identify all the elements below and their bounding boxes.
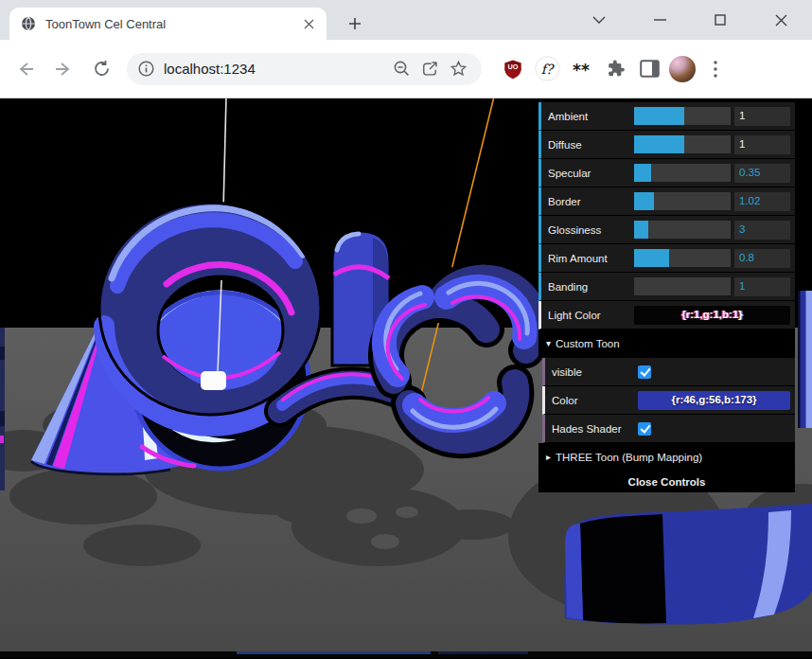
tab-title: ToonTown Cel Central xyxy=(45,17,300,31)
slider-track[interactable] xyxy=(634,164,731,182)
share-icon[interactable] xyxy=(415,55,444,83)
close-icon[interactable] xyxy=(770,9,791,30)
folder-label: THREE Toon (Bump Mapping) xyxy=(551,452,702,463)
slider-track[interactable] xyxy=(634,192,731,210)
gui-row-visible[interactable]: visible xyxy=(542,358,795,386)
number-value[interactable]: 0.8 xyxy=(734,249,790,268)
gui-row-light-color[interactable]: Light Color {r:1,g:1,b:1} xyxy=(538,301,795,330)
svg-text:**: ** xyxy=(573,61,590,80)
slider-track[interactable] xyxy=(634,135,731,153)
color-swatch[interactable]: {r:46,g:56,b:173} xyxy=(638,391,790,410)
gui-row-specular[interactable]: Specular 0.35 xyxy=(538,159,795,187)
dat-gui-panel: Ambient 1Diffuse 1Specular 0.35Border 1.… xyxy=(538,102,795,492)
minimize-icon[interactable] xyxy=(649,9,670,30)
checkbox[interactable] xyxy=(638,422,651,436)
slider-track[interactable] xyxy=(634,249,731,267)
menu-kebab-icon[interactable] xyxy=(701,55,730,83)
gui-row-color[interactable]: Color {r:46,g:56,b:173} xyxy=(542,386,795,415)
gui-row-custom-toon[interactable]: ▾ Custom Toon xyxy=(538,330,795,358)
row-label: Border xyxy=(541,196,634,207)
row-label: Hades Shader xyxy=(545,423,638,435)
profile-avatar[interactable] xyxy=(669,56,696,82)
row-label: Rim Amount xyxy=(541,253,634,264)
left-edge-object xyxy=(0,328,5,490)
folder-arrow-icon: ▸ xyxy=(538,452,551,462)
number-value[interactable]: 0.35 xyxy=(734,164,790,183)
zoom-out-icon[interactable] xyxy=(387,55,415,83)
extensions-puzzle-icon[interactable] xyxy=(601,55,629,83)
row-label: Specular xyxy=(541,168,634,179)
slider-track[interactable] xyxy=(634,277,731,295)
color-swatch[interactable]: {r:1,g:1,b:1} xyxy=(634,306,790,325)
maximize-icon[interactable] xyxy=(710,9,731,30)
row-label: Diffuse xyxy=(541,139,634,151)
ublock-origin-icon[interactable]: UO xyxy=(499,55,527,83)
gui-row-border[interactable]: Border 1.02 xyxy=(538,187,795,216)
browser-tab[interactable]: ToonTown Cel Central xyxy=(9,8,327,40)
row-label: Light Color xyxy=(541,310,634,321)
row-label: visible xyxy=(545,366,638,378)
number-value[interactable]: 1.02 xyxy=(734,192,790,211)
folder-label: Custom Toon xyxy=(551,338,620,349)
new-tab-button[interactable] xyxy=(343,11,367,36)
gui-row-glossiness[interactable]: Glossiness 3 xyxy=(538,216,795,244)
number-value[interactable]: 1 xyxy=(734,135,790,154)
gui-row-rim-amount[interactable]: Rim Amount 0.8 xyxy=(538,244,795,273)
slider-track[interactable] xyxy=(634,107,731,125)
number-value[interactable]: 1 xyxy=(734,277,790,296)
slider-track[interactable] xyxy=(634,221,731,239)
gui-row-diffuse[interactable]: Diffuse 1 xyxy=(538,131,795,159)
row-label: Color xyxy=(545,395,638,406)
bookmark-star-icon[interactable] xyxy=(444,55,472,83)
site-info-icon[interactable] xyxy=(138,61,154,77)
tab-search-icon[interactable] xyxy=(589,9,609,30)
gui-row-hades-shader[interactable]: Hades Shader xyxy=(542,415,795,443)
row-label: Ambient xyxy=(541,111,634,122)
window-controls xyxy=(589,0,812,40)
back-icon[interactable] xyxy=(9,53,42,85)
button-label: Close Controls xyxy=(628,476,706,488)
browser-toolbar: localhost:1234 UO f? ** xyxy=(0,40,812,98)
double-asterisk-icon[interactable]: ** xyxy=(567,55,595,83)
light-marker xyxy=(201,371,226,390)
bottom-edge xyxy=(0,651,812,658)
browser-window: ToonTown Cel Central xyxy=(0,0,812,659)
address-bar[interactable]: localhost:1234 xyxy=(127,53,482,85)
gui-row-banding[interactable]: Banding 1 xyxy=(538,273,795,301)
font-finder-icon[interactable]: f? xyxy=(533,55,561,83)
tab-strip: ToonTown Cel Central xyxy=(0,0,812,40)
number-value[interactable]: 1 xyxy=(734,107,790,126)
gui-row-ambient[interactable]: Ambient 1 xyxy=(538,102,795,131)
folder-arrow-icon: ▾ xyxy=(538,338,551,348)
gui-row-three-toon-bump-mapping[interactable]: ▸ THREE Toon (Bump Mapping) xyxy=(538,443,795,472)
url-text[interactable]: localhost:1234 xyxy=(164,61,387,77)
checkbox[interactable] xyxy=(638,365,651,379)
globe-favicon-icon xyxy=(21,16,36,31)
number-value[interactable]: 3 xyxy=(734,221,790,240)
webgl-canvas[interactable]: Ambient 1Diffuse 1Specular 0.35Border 1.… xyxy=(0,98,812,659)
forward-icon[interactable] xyxy=(47,53,79,85)
gui-row-close-controls[interactable]: Close Controls xyxy=(538,472,795,492)
row-label: Glossiness xyxy=(541,224,634,236)
reload-icon[interactable] xyxy=(85,53,117,85)
tab-close-icon[interactable] xyxy=(300,15,317,32)
svg-text:UO: UO xyxy=(508,62,519,71)
side-panel-icon[interactable] xyxy=(635,55,663,83)
row-label: Banding xyxy=(541,281,634,293)
